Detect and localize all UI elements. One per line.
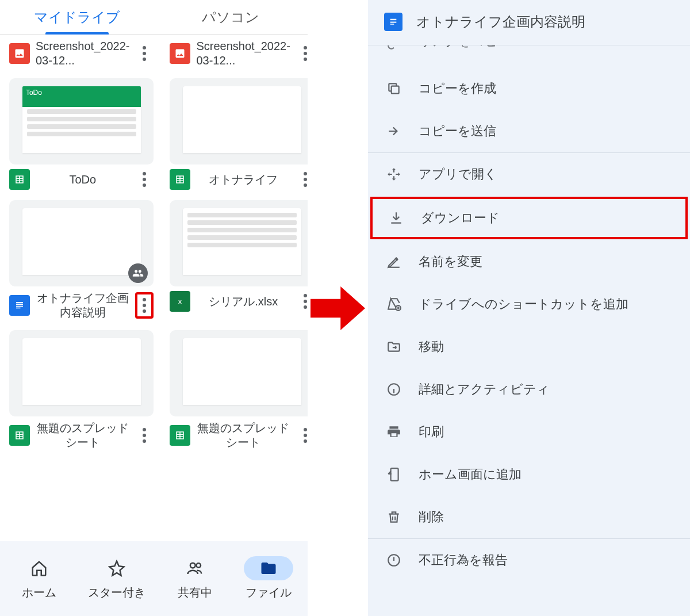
drive-tabs: マイドライブ パソコン <box>0 0 308 35</box>
menu-item-print[interactable]: 印刷 <box>368 411 690 453</box>
drive-shortcut-icon <box>385 297 402 312</box>
more-options-button[interactable] <box>135 428 154 443</box>
file-item[interactable]: Screenshot_2022-03-12... <box>170 35 308 68</box>
nav-label: 共有中 <box>178 585 212 600</box>
file-name: オトナライフ <box>196 173 290 187</box>
image-icon <box>170 43 190 64</box>
file-item[interactable]: Screenshot_2022-03-12... <box>9 35 154 68</box>
more-options-button[interactable] <box>296 428 308 443</box>
more-options-button[interactable] <box>296 172 308 187</box>
file-item[interactable]: オトナライフ企画内容説明 <box>9 200 154 320</box>
more-options-button[interactable] <box>135 292 154 319</box>
rename-icon <box>385 254 402 269</box>
nav-files[interactable]: ファイル <box>244 556 293 600</box>
send-icon <box>385 124 402 139</box>
file-thumbnail: ToDo <box>9 78 154 164</box>
menu-item-move[interactable]: 移動 <box>368 326 690 368</box>
nav-home[interactable]: ホーム <box>14 556 64 600</box>
file-item[interactable]: 無題のスプレッドシート <box>9 330 154 450</box>
menu-item-rename[interactable]: 名前を変更 <box>368 240 690 283</box>
menu-item-copy-link[interactable]: リンクをコピ <box>368 45 690 67</box>
bottom-nav: ホーム スター付き 共有中 ファイル <box>0 541 308 616</box>
file-name: シリアル.xlsx <box>196 294 290 309</box>
docs-icon <box>9 295 30 316</box>
menu-label: 詳細とアクティビティ <box>419 381 550 398</box>
file-name: オトナライフ企画内容説明 <box>36 291 129 320</box>
people-icon <box>186 560 204 577</box>
menu-label: コピーを送信 <box>419 123 496 140</box>
sheets-icon <box>9 425 30 446</box>
file-item[interactable]: オトナライフ <box>170 78 308 190</box>
menu-label: コピーを作成 <box>419 80 496 97</box>
file-name: ToDo <box>36 173 129 187</box>
menu-item-add-shortcut[interactable]: ドライブへのショートカットを追加 <box>368 283 690 326</box>
file-name: Screenshot_2022-03-12... <box>36 39 129 68</box>
nav-label: スター付き <box>88 585 145 600</box>
file-name: Screenshot_2022-03-12... <box>196 39 290 68</box>
star-icon <box>108 560 125 577</box>
drive-file-list-pane: マイドライブ パソコン Screenshot_2022-03-12... Scr… <box>0 0 308 616</box>
menu-item-delete[interactable]: 削除 <box>368 496 690 538</box>
more-options-button[interactable] <box>135 172 154 187</box>
trash-icon <box>385 510 402 525</box>
menu-item-open-with[interactable]: アプリで開く <box>368 153 690 196</box>
move-icon <box>385 339 402 354</box>
file-name: 無題のスプレッドシート <box>196 421 290 450</box>
file-item[interactable]: X シリアル.xlsx <box>170 200 308 320</box>
menu-label: 不正行為を報告 <box>419 552 508 569</box>
copy-icon <box>385 81 402 96</box>
menu-item-download[interactable]: ダウンロード <box>370 197 688 239</box>
menu-label: 移動 <box>419 338 444 355</box>
excel-icon: X <box>170 291 190 312</box>
menu-item-report[interactable]: 不正行為を報告 <box>368 539 690 581</box>
menu-label: ドライブへのショートカットを追加 <box>419 296 628 313</box>
svg-point-1 <box>190 563 195 568</box>
image-icon <box>9 43 30 64</box>
nav-shared[interactable]: 共有中 <box>170 556 220 600</box>
menu-label: 印刷 <box>419 423 444 441</box>
context-menu-pane: オトナライフ企画内容説明 リンクをコピ コピーを作成 コピーを送信 アプリで開く… <box>368 0 690 616</box>
docs-icon <box>384 13 402 31</box>
open-with-icon <box>385 167 402 182</box>
menu-label: 名前を変更 <box>419 253 482 270</box>
context-header: オトナライフ企画内容説明 <box>368 0 690 45</box>
more-options-button[interactable] <box>135 46 154 61</box>
file-thumbnail <box>9 200 154 286</box>
file-item[interactable]: ToDo ToDo <box>9 78 154 190</box>
shared-badge-icon <box>128 263 148 283</box>
more-options-button[interactable] <box>296 46 308 61</box>
download-icon <box>388 211 405 225</box>
file-thumbnail <box>170 78 308 164</box>
arrow-right-icon <box>310 282 365 334</box>
nav-starred[interactable]: スター付き <box>88 556 145 600</box>
context-title: オトナライフ企画内容説明 <box>416 13 585 31</box>
link-icon <box>385 45 402 50</box>
menu-label: 削除 <box>419 508 444 526</box>
tab-computers[interactable]: パソコン <box>154 0 308 34</box>
file-thumbnail <box>170 200 308 286</box>
sheets-icon <box>170 169 190 190</box>
add-to-home-icon <box>385 467 402 482</box>
file-name: 無題のスプレッドシート <box>36 421 129 450</box>
menu-item-make-copy[interactable]: コピーを作成 <box>368 67 690 110</box>
menu-item-details[interactable]: 詳細とアクティビティ <box>368 368 690 411</box>
tab-my-drive[interactable]: マイドライブ <box>0 0 154 34</box>
file-thumbnail <box>9 330 154 416</box>
svg-rect-3 <box>392 86 399 94</box>
sheets-icon <box>9 169 30 190</box>
svg-point-2 <box>196 563 201 568</box>
instruction-arrow <box>308 0 368 616</box>
report-icon <box>385 553 402 568</box>
print-icon <box>385 424 402 439</box>
svg-text:X: X <box>178 299 182 305</box>
more-options-button[interactable] <box>296 294 308 309</box>
menu-item-add-home[interactable]: ホーム画面に追加 <box>368 453 690 496</box>
folder-icon <box>260 560 277 577</box>
menu-item-send-copy[interactable]: コピーを送信 <box>368 110 690 152</box>
context-menu-list: リンクをコピ コピーを作成 コピーを送信 アプリで開く ダウンロード 名前を変更… <box>368 45 690 616</box>
menu-label: ホーム画面に追加 <box>419 466 522 483</box>
nav-label: ファイル <box>246 585 292 600</box>
nav-label: ホーム <box>22 585 56 600</box>
file-item[interactable]: 無題のスプレッドシート <box>170 330 308 450</box>
svg-rect-6 <box>391 468 398 481</box>
